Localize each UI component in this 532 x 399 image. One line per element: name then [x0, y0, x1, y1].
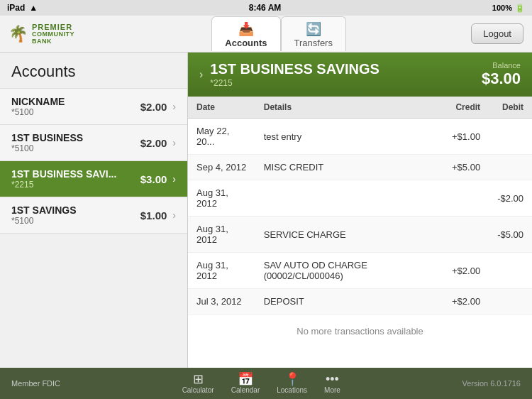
calculator-icon: ⊞ — [193, 373, 204, 386]
account-balance: $2.00 — [140, 137, 167, 149]
locations-icon: 📍 — [284, 373, 300, 386]
table-row: Aug 31, 2012 -$2.00 — [188, 180, 532, 217]
sidebar-title: Accounts — [0, 53, 187, 89]
cell-details — [255, 180, 443, 217]
logo: 🌴 PREMIER COMMUNITY BANK — [9, 19, 87, 49]
account-info: 1ST BUSINESS *5100 — [11, 132, 140, 153]
cell-debit: -$5.00 — [489, 217, 532, 253]
account-number: *5100 — [11, 216, 140, 226]
col-details: Details — [255, 97, 443, 119]
logo-text: PREMIER COMMUNITY BANK — [32, 23, 74, 45]
header-account-details: 1ST BUSINESS SAVINGS *2215 — [210, 61, 379, 88]
calendar-label: Calendar — [231, 386, 260, 394]
cell-debit — [489, 119, 532, 155]
balance-label: Balance — [482, 61, 521, 70]
account-info: 1ST BUSINESS SAVI... *2215 — [11, 168, 140, 190]
cell-date: May 22, 20... — [188, 119, 255, 155]
cell-debit: -$2.00 — [489, 180, 532, 217]
cell-debit — [489, 289, 532, 315]
table-row: Jul 3, 2012 DEPOSIT +$2.00 — [188, 289, 532, 315]
cell-debit — [489, 155, 532, 180]
cell-date: Aug 31, 2012 — [188, 253, 255, 289]
account-name: 1ST BUSINESS — [11, 132, 140, 143]
cell-date: Aug 31, 2012 — [188, 217, 255, 253]
cell-credit — [443, 180, 489, 217]
battery-icon: 🔋 — [515, 4, 525, 13]
cell-details: SERVICE CHARGE — [255, 217, 443, 253]
cell-details: test entry — [255, 119, 443, 155]
bottom-tools: ⊞ Calculator 📅 Calendar 📍 Locations ••• … — [182, 373, 340, 394]
account-name: 1ST SAVINGS — [11, 204, 140, 216]
nav-bar: 🌴 PREMIER COMMUNITY BANK 📥 Accounts 🔄 Tr… — [0, 16, 532, 53]
calendar-icon: 📅 — [238, 373, 253, 386]
header-chevron-icon: › — [199, 68, 203, 81]
cell-date: Sep 4, 2012 — [188, 155, 255, 180]
tab-accounts[interactable]: 📥 Accounts — [211, 16, 280, 51]
tab-accounts-label: Accounts — [225, 38, 267, 48]
tool-calendar[interactable]: 📅 Calendar — [231, 373, 260, 394]
header-account-number: *2215 — [210, 78, 379, 88]
account-header-left: › 1ST BUSINESS SAVINGS *2215 — [199, 61, 379, 88]
account-info: 1ST SAVINGS *5100 — [11, 204, 140, 226]
wifi-icon: ▲ — [29, 3, 38, 13]
account-name: 1ST BUSINESS SAVI... — [11, 168, 140, 180]
account-name: NICKNAME — [11, 96, 140, 107]
cell-credit: +$1.00 — [443, 119, 489, 155]
account-number: *5100 — [11, 107, 140, 117]
main-content: Accounts NICKNAME *5100 $2.00 › 1ST BUSI… — [0, 53, 532, 368]
chevron-right-icon: › — [172, 209, 176, 221]
account-item-nickname[interactable]: NICKNAME *5100 $2.00 › — [0, 89, 187, 125]
cell-credit — [443, 217, 489, 253]
account-item-1st-business-savi[interactable]: 1ST BUSINESS SAVI... *2215 $3.00 › — [0, 161, 187, 197]
account-number: *5100 — [11, 143, 140, 153]
account-balance: $1.00 — [140, 209, 167, 222]
battery-label: 100% — [492, 4, 512, 12]
time-display: 8:46 AM — [249, 3, 282, 13]
ipad-label: iPad — [7, 3, 25, 13]
col-debit: Debit — [489, 97, 532, 119]
transactions-container: Date Details Credit Debit May 22, 20... … — [188, 97, 532, 368]
table-header-row: Date Details Credit Debit — [188, 97, 532, 119]
logo-icon: 🌴 — [9, 25, 28, 43]
account-balance: $2.00 — [140, 101, 167, 113]
account-balance: $3.00 — [140, 173, 167, 185]
version-label: Version 6.0.1716 — [462, 379, 521, 388]
more-label: More — [324, 386, 340, 394]
header-account-name: 1ST BUSINESS SAVINGS — [210, 61, 379, 77]
cell-details: SAV AUTO OD CHARGE (00002/CL/000046) — [255, 253, 443, 289]
account-header-right: Balance $3.00 — [482, 61, 521, 88]
account-number: *2215 — [11, 180, 140, 190]
cell-date: Aug 31, 2012 — [188, 180, 255, 217]
more-icon: ••• — [326, 373, 339, 386]
transactions-body: May 22, 20... test entry +$1.00 Sep 4, 2… — [188, 119, 532, 315]
chevron-right-icon: › — [172, 101, 176, 112]
tab-transfers[interactable]: 🔄 Transfers — [281, 16, 346, 51]
tool-calculator[interactable]: ⊞ Calculator — [182, 373, 214, 394]
logout-button[interactable]: Logout — [471, 23, 523, 44]
locations-label: Locations — [277, 386, 307, 394]
transactions-table: Date Details Credit Debit May 22, 20... … — [188, 97, 532, 315]
calculator-label: Calculator — [182, 386, 214, 394]
right-panel: › 1ST BUSINESS SAVINGS *2215 Balance $3.… — [188, 53, 532, 368]
bottom-bar: Member FDIC ⊞ Calculator 📅 Calendar 📍 Lo… — [0, 368, 532, 399]
transfers-tab-icon: 🔄 — [294, 21, 333, 37]
chevron-right-icon: › — [172, 173, 176, 185]
cell-date: Jul 3, 2012 — [188, 289, 255, 315]
account-info: NICKNAME *5100 — [11, 96, 140, 117]
status-bar: iPad ▲ 8:46 AM 100% 🔋 — [0, 0, 532, 16]
tab-transfers-label: Transfers — [294, 38, 333, 48]
cell-credit: +$5.00 — [443, 155, 489, 180]
cell-debit — [489, 253, 532, 289]
tool-more[interactable]: ••• More — [324, 373, 340, 394]
cell-credit: +$2.00 — [443, 289, 489, 315]
cell-credit: +$2.00 — [443, 253, 489, 289]
tab-group: 📥 Accounts 🔄 Transfers — [211, 16, 346, 51]
account-item-1st-business[interactable]: 1ST BUSINESS *5100 $2.00 › — [0, 125, 187, 161]
logo-area: 🌴 PREMIER COMMUNITY BANK — [9, 19, 87, 49]
tool-locations[interactable]: 📍 Locations — [277, 373, 307, 394]
account-item-1st-savings[interactable]: 1ST SAVINGS *5100 $1.00 › — [0, 197, 187, 234]
accounts-tab-icon: 📥 — [225, 21, 267, 37]
balance-value: $3.00 — [482, 70, 521, 88]
account-header: › 1ST BUSINESS SAVINGS *2215 Balance $3.… — [188, 53, 532, 97]
cell-details: DEPOSIT — [255, 289, 443, 315]
